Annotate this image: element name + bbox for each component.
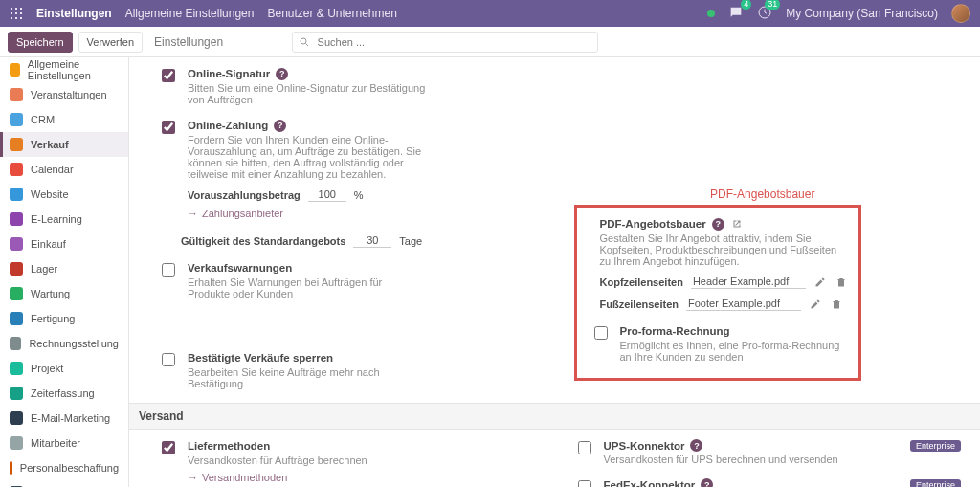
pencil-icon[interactable] [809,298,822,311]
online-signature-checkbox[interactable] [162,69,175,82]
help-icon[interactable]: ? [276,68,288,80]
sidebar-item-wartung[interactable]: Wartung [0,281,128,306]
breadcrumb-item[interactable]: Allgemeine Einstellungen [125,7,255,20]
save-button[interactable]: Speichern [8,32,73,53]
messages-icon[interactable]: 4 [728,5,744,23]
search-icon [299,36,310,48]
sidebar-item-label: Rechnungsstellung [29,338,119,349]
sidebar-item-personalbeschaffung[interactable]: Personalbeschaffung [0,455,128,480]
app-icon [10,188,23,201]
app-icon [10,461,12,475]
help-icon[interactable]: ? [712,218,724,231]
help-icon[interactable]: ? [701,478,713,487]
company-switcher[interactable]: My Company (San Francisco) [786,7,938,20]
sidebar-item-mitarbeiter[interactable]: Mitarbeiter [0,431,128,455]
sidebar-item-verkauf[interactable]: Verkauf [0,132,128,157]
setting-title: Verkaufswarnungen [188,262,292,274]
breadcrumb-root[interactable]: Einstellungen [36,7,112,20]
setting-title: Pro-forma-Rechnung [620,325,730,337]
sidebar-item-e-mail-marketing[interactable]: E-Mail-Marketing [0,406,128,431]
payment-providers-link[interactable]: Zahlungsanbieter [188,208,283,219]
app-icon [10,436,23,450]
external-link-icon[interactable] [730,217,744,231]
sidebar-item-einkauf[interactable]: Einkauf [0,232,128,256]
settings-content: Online-Signatur ? Bitten Sie um eine Onl… [129,57,980,487]
section-shipping-title: Versand [129,403,980,430]
presence-dot [707,10,715,17]
prepayment-input[interactable] [308,188,346,202]
sidebar-item-projekt[interactable]: Projekt [0,356,128,381]
app-icon [10,387,23,400]
setting-fedex: FedEx-Konnektor ?Enterprise Versandkoste… [574,478,962,487]
app-icon [10,63,20,77]
sidebar-item-zeiterfassung[interactable]: Zeiterfassung [0,381,128,406]
app-icon [10,113,23,126]
search-box[interactable] [292,32,598,53]
app-icon [10,337,21,350]
setting-title: UPS-Konnektor [604,440,685,452]
setting-online-payment: Online-Zahlung ? Fordern Sie von Ihren K… [158,119,546,220]
trash-icon[interactable] [830,298,843,311]
sale-warnings-checkbox[interactable] [162,263,175,277]
trash-icon[interactable] [835,276,848,289]
setting-desc: Bitten Sie um eine Online-Signatur zur B… [188,82,427,105]
sidebar-item-allgemeine-einstellungen[interactable]: Allgemeine Einstellungen [0,57,128,82]
messages-badge: 4 [741,0,751,10]
setting-lock-sales: Bestätigte Verkäufe sperren Bearbeiten S… [158,351,546,389]
setting-sale-warnings: Verkaufswarnungen Erhalten Sie Warnungen… [158,261,546,299]
sidebar-item-label: CRM [31,114,55,125]
sidebar-item-rechnungsstellung[interactable]: Rechnungsstellung [0,331,128,356]
sidebar-item-lager[interactable]: Lager [0,256,128,281]
default-validity-input[interactable] [353,233,391,248]
activities-icon[interactable]: 31 [757,5,772,23]
fedex-checkbox[interactable] [578,480,591,487]
sidebar-item-website[interactable]: Website [0,182,128,207]
sidebar-item-veranstaltungen[interactable]: Veranstaltungen [0,82,128,107]
app-icon [10,411,23,425]
user-avatar[interactable] [951,4,970,23]
sidebar-item-label: Einkauf [31,238,66,250]
setting-desc: Ermöglicht es Ihnen, eine Pro-forma-Rech… [620,340,845,363]
ups-checkbox[interactable] [578,441,591,454]
setting-desc: Fordern Sie von Ihren Kunden eine Online… [188,134,427,180]
setting-desc: Erhalten Sie Warnungen bei Aufträgen für… [188,277,427,299]
header-pages-input[interactable] [691,275,806,289]
setting-title: PDF-Angebotsbauer [600,218,706,230]
sidebar-item-label: Wartung [31,288,70,299]
help-icon[interactable]: ? [274,120,286,132]
app-icon [10,212,23,226]
setting-desc: Bearbeiten Sie keine Aufträge mehr nach … [188,366,427,389]
header-pages-label: Kopfzeilenseiten [600,277,683,288]
sidebar-item-label: E-Mail-Marketing [31,412,110,424]
discard-button[interactable]: Verwerfen [78,32,144,53]
sidebar-item-e-learning[interactable]: E-Learning [0,207,128,232]
help-icon[interactable]: ? [690,439,702,452]
sidebar-item-anwesenheiten[interactable]: Anwesenheiten [0,480,128,487]
sidebar-item-label: Calendar [31,164,74,175]
sidebar-item-label: Mitarbeiter [31,437,80,449]
default-validity-unit: Tage [399,235,422,247]
setting-desc: Versandkosten für Aufträge berechnen [188,454,427,466]
sidebar-item-crm[interactable]: CRM [0,107,128,132]
pencil-icon[interactable] [813,276,827,289]
callout-box: PDF-Angebotsbauer ? Gestalten Sie Ihr An… [574,205,861,381]
search-input[interactable] [316,33,591,52]
shipping-methods-link[interactable]: Versandmethoden [188,472,287,483]
footer-pages-input[interactable] [686,297,801,311]
sidebar-item-calendar[interactable]: Calendar [0,157,128,182]
app-icon [10,88,23,101]
enterprise-tag: Enterprise [910,479,961,488]
callout-label: PDF-Angebotsbauer [574,188,952,201]
setting-title: Liefermethoden [188,440,270,452]
app-icon [10,262,23,276]
proforma-checkbox[interactable] [594,326,608,340]
apps-icon[interactable] [10,7,23,20]
sidebar-item-label: E-Learning [31,213,82,225]
setting-delivery-methods: Liefermethoden Versandkosten für Aufträg… [158,439,546,484]
setting-title: Bestätigte Verkäufe sperren [188,352,333,364]
breadcrumb-item[interactable]: Benutzer & Unternehmen [267,7,396,20]
delivery-methods-checkbox[interactable] [162,441,175,454]
lock-sales-checkbox[interactable] [162,353,175,366]
sidebar-item-fertigung[interactable]: Fertigung [0,306,128,331]
online-payment-checkbox[interactable] [162,121,175,134]
